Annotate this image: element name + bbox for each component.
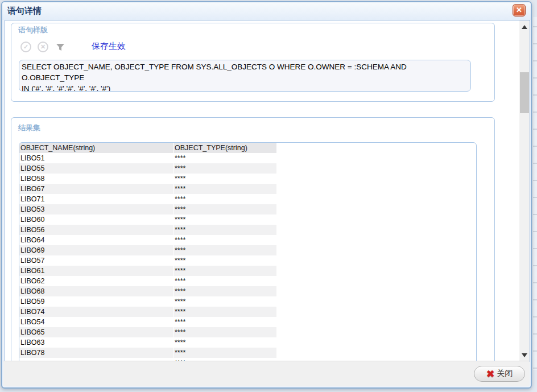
table-row[interactable]: LIBO57**** (19, 255, 476, 266)
cell-object-type: **** (174, 194, 277, 204)
statement-template-fieldset: 语句样版 ✓ ✕ 保存生效 SELECT OBJECT_NAME, OBJECT… (11, 23, 495, 102)
cell-object-name: LIBO58 (19, 174, 174, 184)
cell-object-type: **** (174, 214, 277, 225)
table-row[interactable]: LIBO68**** (19, 286, 476, 296)
cell-object-name: LIBO59 (19, 296, 174, 307)
apply-check-icon[interactable]: ✓ (20, 42, 31, 52)
table-body: LIBO51****LIBO55****LIBO58****LIBO67****… (19, 153, 476, 361)
cell-object-type: **** (174, 337, 277, 348)
cell-object-type: **** (174, 327, 277, 337)
table-row[interactable]: LIBO64**** (19, 235, 476, 245)
table-row[interactable]: LIBO60**** (19, 214, 476, 225)
table-row[interactable]: LIBO67**** (19, 184, 476, 194)
table-row[interactable]: LIBO53**** (19, 204, 476, 214)
up-arrow-icon (522, 25, 527, 29)
cell-object-name: LIBO71 (19, 194, 174, 204)
table-row[interactable]: LIBO54**** (19, 317, 476, 327)
dialog-footer: ✖ 关闭 (3, 361, 530, 386)
cell-object-type: **** (174, 174, 277, 184)
background-page-artifacts (533, 17, 537, 370)
cell-object-name: LIBO69 (19, 245, 174, 255)
cell-object-name: LIBO68 (19, 286, 174, 296)
cell-object-name: LIBO55 (19, 163, 174, 174)
cell-object-name: LIBO65 (19, 327, 174, 337)
dialog-close-icon[interactable]: ✕ (513, 4, 526, 16)
statement-template-legend: 语句样版 (16, 25, 49, 35)
cell-object-name: LIBO78 (19, 348, 174, 358)
table-row[interactable]: LIBO59**** (19, 296, 476, 307)
cell-object-type: **** (174, 235, 277, 245)
table-row[interactable]: LIBO74**** (19, 307, 476, 317)
cell-object-type: **** (174, 225, 277, 235)
cell-object-name: LIBO54 (19, 317, 174, 327)
cell-object-name: LIBO61 (19, 266, 174, 276)
cell-object-type: **** (174, 286, 277, 296)
cell-object-type: **** (174, 317, 277, 327)
scrollbar-thumb[interactable] (520, 72, 529, 113)
table-header-row: OBJECT_NAME(string) OBJECT_TYPE(string) (19, 143, 476, 153)
table-row[interactable]: LIBO51**** (19, 153, 476, 163)
dialog-content-panel: 语句样版 ✓ ✕ 保存生效 SELECT OBJECT_NAME, OBJECT… (5, 20, 530, 362)
dialog-titlebar: 语句详情 ✕ (2, 2, 531, 20)
cell-object-name: LIBO67 (19, 184, 174, 194)
cell-object-type: **** (174, 266, 277, 276)
table-row[interactable]: LIBO71**** (19, 194, 476, 204)
page-background: 语句详情 ✕ 语句样版 ✓ ✕ 保存生效 SELECT OBJECT_NAME,… (0, 0, 537, 392)
sql-template-textarea[interactable]: SELECT OBJECT_NAME, OBJECT_TYPE FROM SYS… (19, 60, 471, 92)
column-header-object-type[interactable]: OBJECT_TYPE(string) (174, 143, 277, 153)
result-set-legend: 结果集 (16, 123, 42, 133)
cell-object-name: LIBO56 (19, 225, 174, 235)
scroll-viewport: 语句样版 ✓ ✕ 保存生效 SELECT OBJECT_NAME, OBJECT… (5, 20, 519, 361)
table-row[interactable]: LIBO62**** (19, 276, 476, 286)
table-row[interactable]: LIBO63**** (19, 337, 476, 348)
statement-detail-dialog: 语句详情 ✕ 语句样版 ✓ ✕ 保存生效 SELECT OBJECT_NAME,… (1, 1, 532, 389)
cell-object-type: **** (174, 184, 277, 194)
cancel-cross-icon[interactable]: ✕ (38, 42, 48, 52)
cell-object-type: **** (174, 348, 277, 358)
cell-object-name: LIBO53 (19, 204, 174, 214)
result-set-fieldset: 结果集 OBJECT_NAME(string) OBJECT_TYPE(stri… (11, 117, 495, 361)
cell-object-name: LIBO74 (19, 307, 174, 317)
down-arrow-icon (522, 353, 527, 357)
save-effective-link[interactable]: 保存生效 (92, 41, 126, 52)
vertical-scrollbar[interactable] (519, 20, 530, 361)
result-table: OBJECT_NAME(string) OBJECT_TYPE(string) … (19, 142, 477, 361)
cell-object-name: LIBO63 (19, 337, 174, 348)
cell-object-type: **** (174, 307, 277, 317)
table-row[interactable]: LIBO61**** (19, 266, 476, 276)
scroll-down-button[interactable] (519, 350, 530, 360)
cell-object-name: LIBO64 (19, 235, 174, 245)
cell-object-name: LIBO62 (19, 276, 174, 286)
table-row[interactable]: LIBO65**** (19, 327, 476, 337)
cell-object-name: LIBO60 (19, 214, 174, 225)
filter-funnel-icon[interactable] (56, 43, 65, 52)
table-row[interactable]: LIBO55**** (19, 163, 476, 174)
cell-object-type: **** (174, 163, 277, 174)
table-row[interactable]: LIBO69**** (19, 245, 476, 255)
close-x-icon: ✖ (486, 369, 494, 379)
table-row[interactable]: LIBO56**** (19, 225, 476, 235)
close-button-label: 关闭 (497, 369, 513, 379)
close-button[interactable]: ✖ 关闭 (474, 366, 525, 382)
table-row[interactable]: LIBO78**** (19, 348, 476, 358)
cell-object-type: **** (174, 245, 277, 255)
dialog-title: 语句详情 (7, 6, 42, 16)
cell-object-name: LIBO51 (19, 153, 174, 163)
cell-object-name: LIBO57 (19, 255, 174, 266)
cell-object-type: **** (174, 153, 277, 163)
cell-object-type: **** (174, 296, 277, 307)
cell-object-type: **** (174, 276, 277, 286)
scroll-up-button[interactable] (519, 22, 530, 31)
column-header-object-name[interactable]: OBJECT_NAME(string) (19, 143, 174, 153)
cell-object-type: **** (174, 204, 277, 214)
table-row[interactable]: LIBO58**** (19, 174, 476, 184)
cell-object-type: **** (174, 255, 277, 266)
